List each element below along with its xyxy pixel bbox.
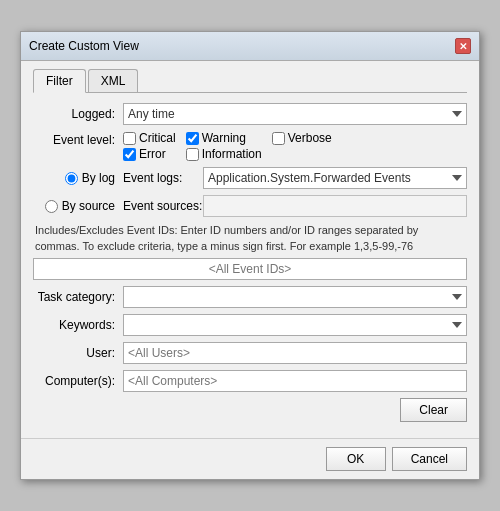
event-level-label: Event level:	[33, 131, 123, 147]
by-source-radio-col: By source	[33, 199, 123, 213]
logged-label: Logged:	[33, 107, 123, 121]
by-source-label: By source	[62, 199, 115, 213]
information-checkbox[interactable]	[186, 148, 199, 161]
logged-row: Logged: Any time	[33, 103, 467, 125]
keywords-control	[123, 314, 467, 336]
description-text: Includes/Excludes Event IDs: Enter ID nu…	[33, 223, 467, 254]
logged-control: Any time	[123, 103, 467, 125]
event-ids-input[interactable]	[33, 258, 467, 280]
computers-control	[123, 370, 467, 392]
tab-bar: Filter XML	[33, 69, 467, 93]
by-log-row: By log Event logs: Application.System.Fo…	[33, 167, 467, 189]
event-logs-select[interactable]: Application.System.Forwarded Events	[203, 167, 467, 189]
error-label: Error	[139, 147, 166, 161]
user-control	[123, 342, 467, 364]
event-logs-control: Application.System.Forwarded Events	[203, 167, 467, 189]
by-log-radio-col: By log	[33, 171, 123, 185]
by-log-label: By log	[82, 171, 115, 185]
error-checkbox[interactable]	[123, 148, 136, 161]
event-sources-select[interactable]	[203, 195, 467, 217]
title-bar: Create Custom View ✕	[21, 32, 479, 61]
computers-label: Computer(s):	[33, 374, 123, 388]
checkbox-verbose: Verbose	[272, 131, 332, 145]
computers-input[interactable]	[123, 370, 467, 392]
event-level-row: Event level: Critical Warning Verbose Er…	[33, 131, 467, 161]
checkbox-error: Error	[123, 147, 176, 161]
ok-button[interactable]: OK	[326, 447, 386, 471]
task-category-label: Task category:	[33, 290, 123, 304]
task-category-row: Task category:	[33, 286, 467, 308]
information-label: Information	[202, 147, 262, 161]
task-category-control	[123, 286, 467, 308]
user-label: User:	[33, 346, 123, 360]
keywords-row: Keywords:	[33, 314, 467, 336]
verbose-label: Verbose	[288, 131, 332, 145]
event-logs-label: Event logs:	[123, 171, 203, 185]
task-category-select[interactable]	[123, 286, 467, 308]
critical-label: Critical	[139, 131, 176, 145]
event-sources-label: Event sources:	[123, 199, 203, 213]
verbose-checkbox[interactable]	[272, 132, 285, 145]
checkbox-information: Information	[186, 147, 262, 161]
clear-button[interactable]: Clear	[400, 398, 467, 422]
dialog-title: Create Custom View	[29, 39, 139, 53]
clear-section: Clear	[33, 398, 467, 422]
cancel-button[interactable]: Cancel	[392, 447, 467, 471]
logged-select[interactable]: Any time	[123, 103, 467, 125]
create-custom-view-dialog: Create Custom View ✕ Filter XML Logged: …	[20, 31, 480, 480]
tab-xml[interactable]: XML	[88, 69, 139, 92]
computers-row: Computer(s):	[33, 370, 467, 392]
critical-checkbox[interactable]	[123, 132, 136, 145]
by-source-row: By source Event sources:	[33, 195, 467, 217]
event-level-checkboxes: Critical Warning Verbose Error Informati…	[123, 131, 332, 161]
warning-checkbox[interactable]	[186, 132, 199, 145]
dialog-footer: OK Cancel	[21, 438, 479, 479]
dialog-body: Filter XML Logged: Any time Event level:…	[21, 61, 479, 434]
by-log-radio[interactable]	[65, 172, 78, 185]
checkbox-warning: Warning	[186, 131, 262, 145]
user-input[interactable]	[123, 342, 467, 364]
checkbox-critical: Critical	[123, 131, 176, 145]
keywords-select[interactable]	[123, 314, 467, 336]
tab-filter[interactable]: Filter	[33, 69, 86, 93]
event-sources-control	[203, 195, 467, 217]
by-source-radio[interactable]	[45, 200, 58, 213]
close-button[interactable]: ✕	[455, 38, 471, 54]
user-row: User:	[33, 342, 467, 364]
keywords-label: Keywords:	[33, 318, 123, 332]
warning-label: Warning	[202, 131, 246, 145]
